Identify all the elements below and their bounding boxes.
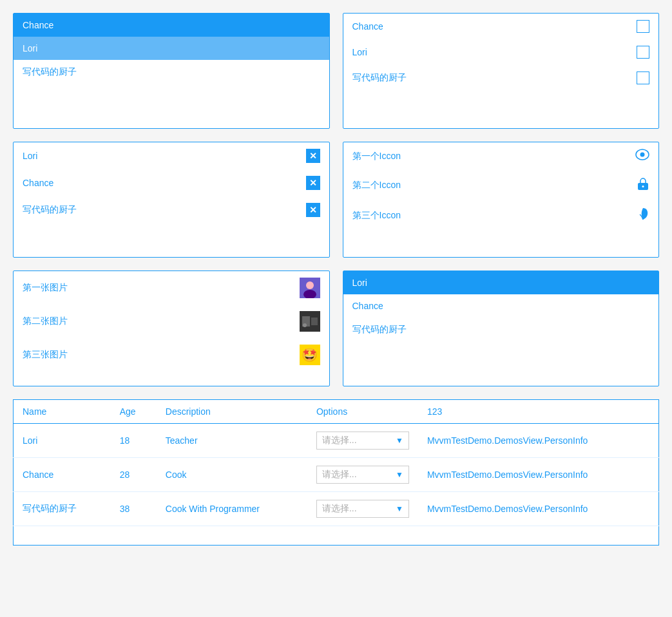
cell-desc: Teacher xyxy=(157,424,307,458)
list-box-2: Chance Lori 写代码的厨子 xyxy=(343,13,660,129)
list-item-label: 写代码的厨子 xyxy=(23,66,320,78)
cell-age: 28 xyxy=(111,458,157,492)
cell-info: MvvmTestDemo.DemosView.PersonInfo xyxy=(418,424,659,458)
cell-desc: Cook With Programmer xyxy=(157,492,307,526)
checkbox-icon[interactable] xyxy=(637,46,649,59)
cell-name: Lori xyxy=(14,424,111,458)
leaf-icon xyxy=(637,207,649,224)
select-placeholder: 请选择... xyxy=(322,469,357,480)
select-dropdown[interactable]: 请选择... ▼ xyxy=(316,500,409,518)
list-item-label: 第二个Iccon xyxy=(352,180,637,191)
list-item-4-2[interactable]: 第二个Iccon xyxy=(343,170,659,200)
svg-rect-9 xyxy=(311,318,318,325)
remove-icon[interactable]: ✕ xyxy=(306,149,320,163)
list-item-label: 第三张图片 xyxy=(23,349,300,361)
dropdown-arrow-icon: ▼ xyxy=(396,436,403,445)
list-item-2-1[interactable]: Chance xyxy=(343,14,659,39)
col-header-age: Age xyxy=(111,400,157,424)
cell-desc: Cook xyxy=(157,458,307,492)
list-item-4-1[interactable]: 第一个Iccon xyxy=(343,142,659,170)
list-item-3-3[interactable]: 写代码的厨子 ✕ xyxy=(14,196,329,223)
list-item-label: Chance xyxy=(352,21,637,32)
svg-point-1 xyxy=(640,153,645,157)
image-thumb-2 xyxy=(300,311,320,332)
table-row-empty xyxy=(14,526,659,546)
list-item-label: 第一个Iccon xyxy=(352,151,636,162)
list-item-5-1[interactable]: 第一张图片 xyxy=(14,271,329,305)
select-dropdown[interactable]: 请选择... ▼ xyxy=(316,432,409,450)
list-item-label: Lori xyxy=(352,278,650,288)
eye-icon xyxy=(635,149,649,164)
cell-info: MvvmTestDemo.DemosView.PersonInfo xyxy=(418,492,659,526)
list-item-4-3[interactable]: 第三个Iccon xyxy=(343,200,659,231)
list-item-label: Chance xyxy=(352,301,650,311)
cell-name: Chance xyxy=(14,458,111,492)
list-item-6-1[interactable]: Lori xyxy=(343,271,659,294)
cell-info: MvvmTestDemo.DemosView.PersonInfo xyxy=(418,458,659,492)
lock-icon xyxy=(637,176,649,194)
image-thumb-1 xyxy=(300,278,320,298)
list-item-label: 写代码的厨子 xyxy=(352,72,637,84)
select-dropdown[interactable]: 请选择... ▼ xyxy=(316,466,409,484)
list-box-5: 第一张图片 第二张图片 第三张图片 🤩 xyxy=(13,271,330,386)
select-placeholder: 请选择... xyxy=(322,435,357,446)
cell-age: 38 xyxy=(111,492,157,526)
cell-options: 请选择... ▼ xyxy=(307,492,418,526)
remove-icon[interactable]: ✕ xyxy=(306,176,320,190)
list-item-5-2[interactable]: 第二张图片 xyxy=(14,305,329,338)
list-item-6-3[interactable]: 写代码的厨子 xyxy=(343,318,659,342)
col-header-name: Name xyxy=(14,400,111,424)
table-section: Name Age Description Options 123 Lori 18… xyxy=(13,399,659,546)
col-header-description: Description xyxy=(157,400,307,424)
checkbox-icon[interactable] xyxy=(637,20,649,33)
list-item-label: 第二张图片 xyxy=(23,316,300,327)
list-item-label: 第一张图片 xyxy=(23,282,300,294)
cell-options: 请选择... ▼ xyxy=(307,424,418,458)
svg-point-10 xyxy=(303,323,307,327)
list-item-1-2[interactable]: Lori xyxy=(14,37,329,60)
col-header-options: Options xyxy=(307,400,418,424)
cell-options: 请选择... ▼ xyxy=(307,458,418,492)
list-item-2-2[interactable]: Lori xyxy=(343,39,659,65)
image-thumb-3: 🤩 xyxy=(300,345,320,365)
list-item-6-2[interactable]: Chance xyxy=(343,294,659,318)
list-item-label: Lori xyxy=(352,47,637,57)
list-box-6: Lori Chance 写代码的厨子 xyxy=(343,271,660,386)
dropdown-arrow-icon: ▼ xyxy=(396,470,403,479)
col-header-123: 123 xyxy=(418,400,659,424)
checkbox-icon[interactable] xyxy=(637,71,649,84)
dropdown-arrow-icon: ▼ xyxy=(396,504,403,513)
list-item-1-3[interactable]: 写代码的厨子 xyxy=(14,60,329,84)
table-row: Lori 18 Teacher 请选择... ▼ MvvmTestDemo.De… xyxy=(14,424,659,458)
list-item-3-1[interactable]: Lori ✕ xyxy=(14,142,329,169)
cell-name: 写代码的厨子 xyxy=(14,492,111,526)
list-item-label: Chance xyxy=(23,20,320,30)
list-item-3-2[interactable]: Chance ✕ xyxy=(14,169,329,196)
list-item-5-3[interactable]: 第三张图片 🤩 xyxy=(14,338,329,372)
list-item-label: Lori xyxy=(23,151,306,161)
list-box-1: Chance Lori 写代码的厨子 xyxy=(13,13,330,129)
list-item-label: 写代码的厨子 xyxy=(352,324,650,336)
list-item-label: Chance xyxy=(23,178,306,188)
svg-point-5 xyxy=(306,281,314,289)
svg-point-3 xyxy=(642,185,644,187)
list-item-1-1[interactable]: Chance xyxy=(14,14,329,37)
list-box-3: Lori ✕ Chance ✕ 写代码的厨子 ✕ xyxy=(13,142,330,258)
list-box-4: 第一个Iccon 第二个Iccon 第三个Iccon xyxy=(343,142,660,258)
data-table: Name Age Description Options 123 Lori 18… xyxy=(13,399,659,546)
table-row: Chance 28 Cook 请选择... ▼ MvvmTestDemo.Dem… xyxy=(14,458,659,492)
list-item-label: 写代码的厨子 xyxy=(23,204,306,216)
table-row: 写代码的厨子 38 Cook With Programmer 请选择... ▼ … xyxy=(14,492,659,526)
list-item-label: 第三个Iccon xyxy=(352,210,637,222)
remove-icon[interactable]: ✕ xyxy=(306,203,320,217)
list-item-label: Lori xyxy=(23,43,320,53)
list-item-2-3[interactable]: 写代码的厨子 xyxy=(343,65,659,91)
cell-age: 18 xyxy=(111,424,157,458)
select-placeholder: 请选择... xyxy=(322,503,357,515)
